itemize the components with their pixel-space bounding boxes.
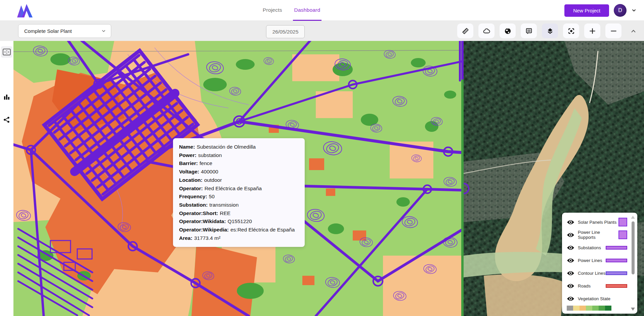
- avatar[interactable]: D: [614, 4, 627, 17]
- legend-swatch: [606, 284, 627, 288]
- app-logo-icon: [16, 3, 33, 17]
- project-selector[interactable]: Complete Solar Plant: [18, 24, 111, 38]
- layer-legend: Solar Panels Plants Power Line Supports …: [562, 213, 637, 314]
- legend-item-contour-lines: Contour Lines: [562, 267, 637, 279]
- center-target-icon: [567, 27, 575, 35]
- visibility-eye-icon[interactable]: [567, 283, 575, 288]
- date-picker[interactable]: 26/05/2025: [266, 25, 305, 38]
- main-nav: Projects Dashboard: [261, 0, 321, 21]
- account-chevron-down-icon[interactable]: [631, 8, 637, 13]
- basemap-button[interactable]: [500, 23, 516, 38]
- legend-swatch: [618, 218, 627, 226]
- popup-row: Operator:Short:REE: [179, 209, 299, 218]
- popup-row: Operator:Wikidata:Q1551220: [179, 217, 299, 226]
- top-navbar: Projects Dashboard New Project D: [0, 0, 644, 21]
- share-icon: [3, 116, 10, 123]
- layers-button[interactable]: [542, 23, 558, 38]
- feature-popup: Name:Subestación de Olmedilla Power:subs…: [173, 138, 305, 247]
- legend-swatch: [606, 246, 627, 250]
- legend-label: Power Line Supports: [578, 230, 618, 240]
- popup-row: Power:substation: [179, 151, 299, 160]
- map-toolbar: Complete Solar Plant 26/05/2025: [0, 21, 644, 41]
- popup-row: Location:outdoor: [179, 176, 299, 185]
- popup-row: Area:31773.4 m²: [179, 234, 299, 243]
- popup-row: Name:Subestación de Olmedilla: [179, 143, 299, 151]
- legend-swatch: [606, 271, 627, 275]
- legend-label: Vegetation State: [578, 296, 627, 301]
- popup-row: Barrier:fence: [179, 159, 299, 168]
- legend-label: Contour Lines: [578, 271, 606, 276]
- zoom-out-icon: [610, 27, 617, 35]
- legend-label: Solar Panels Plants: [578, 220, 618, 225]
- fit-extent-button[interactable]: [1, 46, 12, 58]
- share-button[interactable]: [1, 114, 12, 125]
- map-stage: Name:Subestación de Olmedilla Power:subs…: [0, 41, 644, 316]
- cloud-icon: [483, 27, 490, 35]
- visibility-eye-icon[interactable]: [567, 232, 575, 238]
- measure-button[interactable]: [457, 23, 473, 38]
- legend-item-vegetation-state: Vegetation State: [562, 292, 637, 305]
- side-tool-rail: [0, 41, 13, 316]
- visibility-eye-icon[interactable]: [567, 220, 575, 225]
- popup-row: Operator:Red Eléctrica de España: [179, 185, 299, 193]
- clouds-button[interactable]: [478, 23, 495, 38]
- legend-scroll-up-icon[interactable]: [631, 216, 635, 219]
- visibility-eye-icon[interactable]: [567, 258, 575, 263]
- zoom-in-icon: [589, 27, 596, 35]
- legend-swatch: [606, 259, 627, 262]
- comments-button[interactable]: [521, 23, 537, 38]
- vegetation-color-ramp: [567, 306, 611, 311]
- popup-row: Frequency:50: [179, 193, 299, 201]
- statistics-button[interactable]: [1, 91, 12, 103]
- toolbar-buttons: [457, 23, 640, 38]
- popup-row: Operator:Wikipedia:es:Red Eléctrica de E…: [179, 226, 299, 234]
- measure-icon: [462, 27, 469, 35]
- styled-map-panel: Name:Subestación de Olmedilla Power:subs…: [13, 41, 461, 316]
- comments-icon: [525, 27, 533, 35]
- center-map-button[interactable]: [563, 23, 579, 38]
- legend-item-power-line-supports: Power Line Supports: [562, 228, 637, 241]
- legend-item-power-lines: Power Lines: [562, 254, 637, 267]
- legend-item-roads: Roads: [562, 279, 637, 292]
- project-selector-value: Complete Solar Plant: [24, 28, 101, 34]
- legend-label: Substations: [578, 245, 606, 250]
- legend-item-solar-panels: Solar Panels Plants: [562, 216, 637, 228]
- legend-label: Power Lines: [578, 258, 606, 263]
- navbar-right: New Project D: [564, 0, 637, 21]
- globe-icon: [504, 27, 512, 35]
- legend-scroll-down-icon[interactable]: [631, 308, 635, 311]
- legend-label: Roads: [578, 283, 606, 288]
- visibility-eye-icon[interactable]: [567, 245, 575, 250]
- collapse-toolbar-button[interactable]: [627, 23, 640, 38]
- tab-projects[interactable]: Projects: [261, 0, 284, 21]
- legend-swatch: [618, 230, 627, 239]
- tab-dashboard[interactable]: Dashboard: [293, 0, 322, 21]
- new-project-button[interactable]: New Project: [564, 4, 609, 17]
- compare-swipe-handle[interactable]: [461, 41, 464, 316]
- visibility-eye-icon[interactable]: [567, 296, 575, 301]
- statistics-icon: [3, 94, 10, 100]
- layers-icon: [546, 27, 554, 35]
- zoom-out-button[interactable]: [605, 23, 621, 38]
- visibility-eye-icon[interactable]: [567, 271, 575, 276]
- legend-item-substations: Substations: [562, 241, 637, 254]
- satellite-panel: Solar Panels Plants Power Line Supports …: [464, 41, 644, 316]
- fit-extent-icon: [2, 48, 11, 56]
- chevron-down-icon: [101, 29, 106, 34]
- collapse-icon: [630, 27, 637, 35]
- legend-scrollbar-thumb[interactable]: [632, 221, 635, 274]
- zoom-in-button[interactable]: [584, 23, 600, 38]
- popup-row: Voltage:400000: [179, 168, 299, 176]
- popup-row: Substation:transmission: [179, 201, 299, 209]
